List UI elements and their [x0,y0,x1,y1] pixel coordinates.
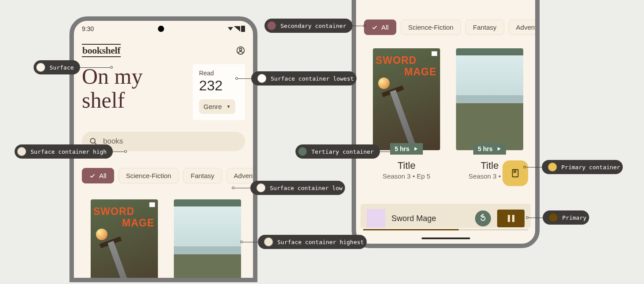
nav-handle[interactable] [422,237,470,239]
cover-text-1: SWORD [376,54,417,66]
chip-fantasy[interactable]: Fantasy [183,168,222,183]
check-icon [372,24,378,31]
pause-button[interactable] [497,210,525,227]
chip-sf[interactable]: Science-Fiction [401,19,461,35]
annotation-secondary: Secondary container [264,19,366,33]
pause-icon [512,215,514,222]
filter-chip-row: All Science-Fiction Fantasy Adventure [74,156,253,183]
color-swatch [17,147,26,156]
status-bar: 9:30 [74,21,253,37]
status-indicators [228,26,245,32]
mini-player-cover [367,209,385,228]
book-card[interactable] [174,199,241,282]
color-swatch [36,63,45,72]
app-logo: bookshelf [82,44,121,57]
account-icon[interactable] [236,46,245,55]
progress-fill [363,229,459,230]
annotation-surface-high: Surface container high [15,144,127,159]
play-icon [496,146,502,152]
book-cover: SWORD MAGE [91,199,158,282]
duration-text: 5 hrs [395,145,409,152]
play-icon [413,146,418,152]
chevron-down-icon: ▼ [226,104,231,109]
mini-player-title: Sword Mage [391,214,469,223]
annotation-surface-low: Surface container low [232,181,345,195]
stat-label: Read [199,70,239,77]
annotation-primary: Primary [526,210,589,225]
camera-cutout [158,26,164,32]
app-bar: bookshelf [74,37,253,61]
svg-marker-4 [414,147,418,151]
book-card[interactable]: SWORD MAGE 5 hrs Title Season 3 • Ep 5 [373,48,440,180]
stat-value: 232 [199,78,239,94]
cover-blade [107,241,134,282]
status-time: 9:30 [82,25,94,32]
color-swatch [257,74,266,83]
replay-icon [478,214,488,223]
color-swatch [267,21,276,30]
genre-dropdown[interactable]: Genre ▼ [199,99,235,114]
annotation-surface: Surface [34,60,113,74]
book-cover [174,199,241,282]
replay-10-button[interactable] [475,210,491,226]
annotation-primary-container: Primary container [523,160,623,174]
check-icon [89,173,96,179]
color-swatch [298,147,307,156]
chip-all[interactable]: All [364,19,396,35]
annotation-tertiary: Tertiary container [295,144,396,159]
annotation-surface-highest: Surface container highest [240,235,367,249]
chip-all-label: All [99,172,107,179]
cover-text-2: MAGE [404,66,437,78]
book-cover: SWORD MAGE [373,48,440,150]
wifi-icon [228,27,233,31]
cover-text-1: SWORD [93,206,134,218]
filter-chip-row: All Science-Fiction Fantasy Adventure [356,15,535,35]
svg-point-1 [239,48,242,51]
color-swatch [264,237,273,246]
chip-sf[interactable]: Science-Fiction [119,168,179,183]
battery-icon [241,26,245,32]
cover-text-2: MAGE [122,217,154,229]
progress-bar[interactable] [363,229,528,230]
bookmark-icon [431,51,437,56]
color-swatch [549,213,558,222]
chip-adventure[interactable]: Adventure [509,19,535,35]
genre-label: Genre [203,103,222,110]
svg-marker-5 [498,147,501,151]
cover-orb [96,229,107,240]
card-title: Title [481,160,499,171]
annotation-surface-lowest: Surface container lowest [235,71,356,86]
bookmark-icon [510,168,520,178]
bookmark-icon [149,202,155,207]
signal-icon [234,26,240,31]
duration-text: 5 hrs [478,145,492,152]
chip-fantasy[interactable]: Fantasy [465,19,504,35]
mini-player[interactable]: Sword Mage [360,204,531,228]
pause-icon [508,215,510,222]
duration-chip[interactable]: 5 hrs [473,143,506,155]
color-swatch [548,163,557,171]
svg-point-2 [90,138,95,143]
card-title: Title [398,160,416,171]
book-cards-row: SWORD MAGE [74,183,253,282]
card-subtitle: Season 3 • Ep 5 [383,172,430,180]
phone-frame-right: All Science-Fiction Fantasy Adventure SW… [352,0,540,248]
duration-chip[interactable]: 5 hrs [390,143,422,155]
book-card[interactable]: SWORD MAGE [91,199,158,282]
chip-all-label: All [381,23,389,31]
book-cover [456,48,523,150]
chip-all[interactable]: All [82,168,114,183]
color-swatch [257,183,265,192]
